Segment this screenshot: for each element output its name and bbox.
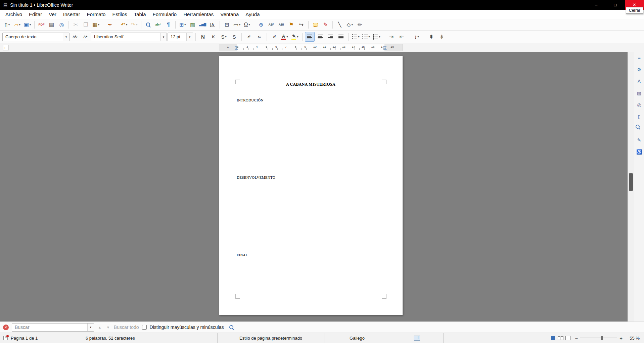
ordered-list-button[interactable]: ▾ <box>361 32 371 42</box>
match-case-checkbox[interactable] <box>142 325 147 330</box>
search-combo[interactable]: ▾ <box>12 323 94 332</box>
word-count-status[interactable]: 6 palabras, 52 caracteres <box>82 333 218 343</box>
selection-mode-segment[interactable] <box>390 333 444 343</box>
strikethrough-button[interactable]: S <box>229 32 239 42</box>
ruler-scale[interactable]: 123456789101112131415161718 <box>219 44 403 51</box>
dropdown-arrow-icon[interactable]: ▾ <box>63 33 69 41</box>
insert-hyperlink-button[interactable]: ⊕ <box>256 20 266 30</box>
insert-text-box-button[interactable]: A <box>208 20 218 30</box>
page-number-segment[interactable]: Página 1 de 1 <box>0 333 82 343</box>
menu-archivo[interactable]: Archivo <box>2 10 26 18</box>
document-area[interactable]: A CABANA MISTERIOSA INTRODUCIÓNDESENVOLV… <box>0 52 628 321</box>
vertical-scrollbar[interactable] <box>628 52 634 321</box>
insert-line-button[interactable]: ╲ <box>335 20 344 30</box>
undo-button[interactable]: ↶▾ <box>119 20 129 30</box>
tab-stop-selector[interactable] <box>3 45 9 50</box>
find-and-replace-button[interactable] <box>143 20 153 30</box>
insert-special-character-button[interactable]: Ω▾ <box>242 20 252 30</box>
page-style-status[interactable]: Estilo de página predeterminado <box>218 333 324 343</box>
clone-formatting-button[interactable]: ✒ <box>105 20 115 30</box>
menu-formulario[interactable]: Formulario <box>149 10 180 18</box>
superscript-button[interactable]: x² <box>244 32 254 42</box>
insert-field-button[interactable]: ▭▾ <box>232 20 242 30</box>
insert-endnote-button[interactable]: ABi <box>276 20 286 30</box>
menu-ventana[interactable]: Ventana <box>217 10 242 18</box>
multi-page-view-icon[interactable] <box>557 335 563 341</box>
subscript-button[interactable]: x₂ <box>255 32 264 42</box>
find-next-icon[interactable]: ▼ <box>105 326 111 329</box>
zoom-slider[interactable] <box>580 338 617 338</box>
bold-button[interactable]: N <box>198 32 208 42</box>
close-find-bar-icon[interactable] <box>3 325 9 330</box>
book-view-icon[interactable] <box>565 335 571 341</box>
page-deck-icon[interactable]: ▯ <box>635 113 643 120</box>
align-center-button[interactable] <box>315 32 325 42</box>
styles-deck-icon[interactable]: A <box>635 77 643 85</box>
export-pdf-button[interactable]: PDF <box>37 20 46 30</box>
spelling-check-button[interactable]: ab✓ <box>153 20 163 30</box>
manage-changes-deck-icon[interactable]: ✎ <box>635 136 643 144</box>
dropdown-arrow-icon[interactable]: ▾ <box>160 33 167 41</box>
navigator-deck-icon[interactable]: ◎ <box>635 101 643 109</box>
align-justify-button[interactable] <box>336 32 346 42</box>
zoom-control[interactable]: − + <box>575 335 623 341</box>
insert-bookmark-button[interactable]: ⚑ <box>286 20 296 30</box>
selection-mode-icon[interactable] <box>414 336 420 341</box>
insert-image-button[interactable]: ▧ <box>188 20 197 30</box>
font-color-button[interactable]: A▾ <box>280 32 289 42</box>
menu-ayuda[interactable]: Ayuda <box>242 10 263 18</box>
clear-formatting-button[interactable]: A̸ <box>269 32 279 42</box>
minimize-button[interactable]: – <box>587 0 606 10</box>
find-and-replace-icon[interactable] <box>229 325 234 330</box>
update-style-button[interactable]: A↻ <box>70 32 80 42</box>
dropdown-arrow-icon[interactable]: ▾ <box>186 33 193 41</box>
menu-herramientas[interactable]: Herramientas <box>180 10 217 18</box>
save-status-icon[interactable] <box>3 336 8 340</box>
zoom-out-icon[interactable]: − <box>575 335 578 341</box>
align-right-button[interactable] <box>326 32 335 42</box>
menu-estilos[interactable]: Estilos <box>109 10 130 18</box>
outline-list-button[interactable]: ▾ <box>372 32 381 42</box>
paragraph-style-combo[interactable]: Cuerpo de texto▾ <box>2 33 70 41</box>
menu-insertar[interactable]: Insertar <box>60 10 84 18</box>
page-number-status[interactable]: Página 1 de 1 <box>11 336 38 341</box>
gallery-deck-icon[interactable]: ▧ <box>635 89 643 97</box>
paste-button[interactable]: ▦▾ <box>91 20 101 30</box>
line-spacing-button[interactable]: ↕▾ <box>412 32 421 42</box>
menu-formato[interactable]: Formato <box>84 10 109 18</box>
decrease-paragraph-spacing-button[interactable]: ⇟ <box>437 32 447 42</box>
underline-button[interactable]: S▾ <box>219 32 229 42</box>
language-status[interactable]: Gallego <box>324 333 390 343</box>
basic-shapes-button[interactable]: ◇▾ <box>345 20 355 30</box>
single-page-view-icon[interactable] <box>550 335 556 341</box>
italic-button[interactable]: K <box>209 32 218 42</box>
font-name-combo[interactable]: Liberation Serif▾ <box>91 33 167 41</box>
increase-paragraph-spacing-button[interactable]: ⇞ <box>426 32 436 42</box>
search-input[interactable] <box>12 325 87 330</box>
track-changes-button[interactable]: ✎ <box>321 20 330 30</box>
insert-chart-button[interactable]: ▂▅▇ <box>198 20 208 30</box>
accessibility-check-deck-icon[interactable]: ♿ <box>635 148 643 156</box>
save-button[interactable]: ▣▾ <box>22 20 32 30</box>
unordered-list-button[interactable]: ▾ <box>351 32 361 42</box>
insert-cross-reference-button[interactable]: ↪ <box>296 20 306 30</box>
font-size-combo[interactable]: 12 pt▾ <box>168 33 193 41</box>
sidebar-settings-icon[interactable]: ≡ <box>635 54 643 61</box>
print-preview-button[interactable]: ◎ <box>57 20 66 30</box>
highlight-color-button[interactable]: ✎▾ <box>290 32 300 42</box>
align-left-button[interactable] <box>305 32 315 42</box>
insert-comment-button[interactable] <box>311 20 320 30</box>
menu-tabla[interactable]: Tabla <box>131 10 149 18</box>
insert-footnote-button[interactable]: AB¹ <box>266 20 276 30</box>
scrollbar-thumb[interactable] <box>629 173 633 191</box>
insert-page-break-button[interactable]: ⊟ <box>222 20 232 30</box>
menu-editar[interactable]: Editar <box>26 10 45 18</box>
formatting-marks-button[interactable]: ¶ <box>164 20 173 30</box>
zoom-slider-thumb[interactable] <box>601 336 603 340</box>
open-file-button[interactable]: ▱▾ <box>12 20 22 30</box>
zoom-in-icon[interactable]: + <box>619 335 623 341</box>
show-draw-functions-button[interactable]: ✏ <box>355 20 365 30</box>
print-button[interactable]: ▤ <box>47 20 56 30</box>
insert-table-button[interactable]: ⊞▾ <box>178 20 187 30</box>
decrease-indent-button[interactable]: ⇤ <box>397 32 407 42</box>
